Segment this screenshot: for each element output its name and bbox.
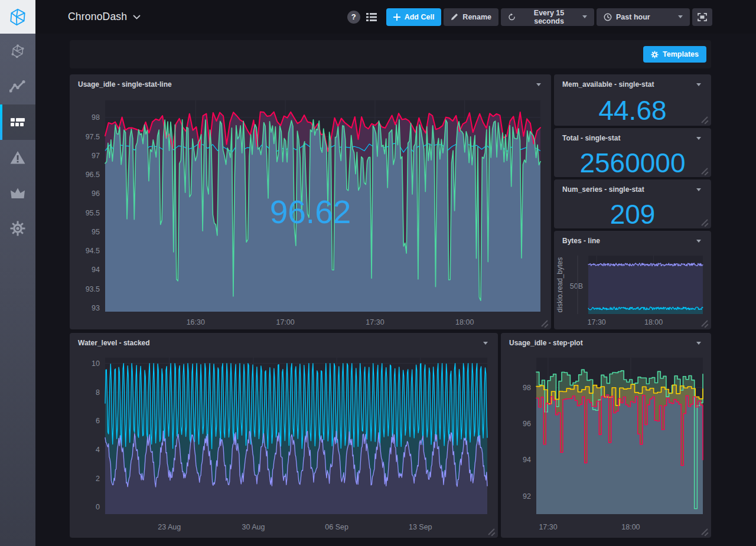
svg-text:18:00: 18:00 [644, 318, 663, 326]
panel-menu-button[interactable] [695, 339, 703, 347]
panel-bytes-line: Bytes - line 17:3018:0050Bdiskio.read_by… [554, 231, 711, 329]
crown-icon [9, 186, 26, 200]
cubo-logo-icon [8, 7, 28, 27]
data-explorer-pulse-icon [9, 79, 26, 94]
svg-text:17:00: 17:00 [276, 318, 294, 326]
svg-text:diskio.read_bytes: diskio.read_bytes [556, 257, 564, 312]
sidebar-item-hosts[interactable] [0, 34, 35, 69]
panel-header[interactable]: Total - single-stat [554, 128, 711, 148]
single-stat-value: 2560000 [554, 148, 711, 177]
help-button[interactable]: ? [347, 11, 360, 24]
svg-text:17:30: 17:30 [539, 523, 557, 531]
usage-idle-step-chart[interactable]: 17:3018:0098969492 [501, 353, 711, 538]
panel-header[interactable]: Mem_available - single-stat [554, 74, 711, 94]
resize-handle[interactable] [700, 527, 709, 535]
autorefresh-dropdown[interactable]: Every 15 seconds [501, 8, 594, 26]
panel-menu-button[interactable] [481, 339, 490, 347]
pencil-icon [451, 13, 458, 21]
sidebar-item-data-explorer[interactable] [0, 69, 35, 104]
panel-header[interactable]: Usage_idle - step-plot [501, 333, 711, 353]
panel-menu-button[interactable] [695, 134, 703, 142]
alert-triangle-icon [9, 150, 26, 165]
panel-title: Usage_idle - single-stat-line [78, 80, 172, 89]
panel-title: Usage_idle - step-plot [509, 339, 583, 347]
svg-text:96: 96 [92, 189, 100, 198]
template-variables-bar: Templates [70, 40, 711, 68]
dashboard-canvas: Templates Usage_idle - single-stat-line … [35, 34, 756, 546]
svg-text:98: 98 [92, 113, 100, 122]
svg-text:92: 92 [523, 492, 531, 501]
caret-down-icon [678, 15, 683, 18]
svg-text:50B: 50B [570, 282, 583, 290]
gear-icon [9, 220, 26, 237]
panel-menu-button[interactable] [695, 80, 703, 89]
panel-usage-idle-step: Usage_idle - step-plot 17:3018:009896949… [501, 333, 711, 538]
panel-menu-button[interactable] [535, 80, 543, 89]
svg-text:13 Sep: 13 Sep [409, 523, 432, 531]
svg-text:93: 93 [92, 304, 100, 312]
svg-text:06 Sep: 06 Sep [325, 523, 348, 531]
usage-idle-line-chart[interactable]: 16:3017:0017:3018:009897.59796.59695.595… [70, 94, 551, 329]
svg-text:16:30: 16:30 [187, 318, 205, 326]
panel-title: Num_series - single-stat [562, 185, 644, 194]
svg-text:18:00: 18:00 [621, 523, 640, 531]
timerange-dropdown[interactable]: Past hour [597, 8, 690, 26]
svg-text:97.5: 97.5 [86, 133, 100, 141]
caret-down-icon [483, 342, 488, 345]
hosts-cubo-icon [10, 44, 25, 59]
water-level-chart[interactable]: 23 Aug30 Aug06 Sep13 Sep1086420 [70, 353, 498, 538]
svg-text:2: 2 [96, 475, 100, 483]
svg-text:94: 94 [92, 266, 100, 274]
list-icon [366, 12, 377, 22]
templates-gear-icon [651, 51, 659, 58]
resize-handle[interactable] [700, 318, 709, 327]
svg-text:95: 95 [92, 228, 100, 236]
panel-title: Total - single-stat [562, 134, 620, 142]
panel-title: Mem_available - single-stat [562, 80, 654, 89]
resize-handle[interactable] [700, 115, 709, 123]
svg-text:4: 4 [96, 446, 100, 454]
panel-header[interactable]: Bytes - line [554, 231, 711, 251]
app-logo[interactable] [0, 0, 35, 34]
svg-text:94: 94 [523, 456, 531, 464]
panel-header[interactable]: Num_series - single-stat [554, 179, 711, 200]
resize-handle[interactable] [487, 527, 496, 535]
help-icon: ? [351, 12, 356, 21]
rename-label: Rename [462, 13, 491, 21]
resize-handle[interactable] [700, 217, 709, 226]
svg-text:96: 96 [523, 420, 531, 428]
add-cell-label: Add Cell [405, 13, 435, 21]
plus-icon [393, 14, 400, 21]
resize-handle[interactable] [700, 166, 709, 175]
svg-text:93.5: 93.5 [86, 285, 100, 293]
presentation-mode-button[interactable] [692, 8, 712, 26]
panel-total: Total - single-stat 2560000 [554, 128, 711, 177]
sidebar-item-admin[interactable] [0, 175, 35, 211]
panel-menu-button[interactable] [695, 237, 703, 245]
panel-usage-idle-line: Usage_idle - single-stat-line 16:3017:00… [70, 74, 551, 329]
rename-button[interactable]: Rename [444, 8, 498, 26]
svg-text:96.5: 96.5 [86, 171, 100, 179]
svg-text:30 Aug: 30 Aug [242, 523, 265, 531]
dashboard-title-dropdown[interactable]: ChronoDash [68, 11, 141, 23]
panel-header[interactable]: Usage_idle - single-stat-line [70, 74, 551, 94]
templates-label: Templates [663, 50, 699, 58]
panel-header[interactable]: Water_level - stacked [70, 333, 498, 353]
caret-down-icon [696, 137, 701, 140]
templates-button[interactable]: Templates [643, 46, 706, 63]
bytes-line-chart[interactable]: 17:3018:0050Bdiskio.read_bytes [554, 251, 711, 329]
add-cell-button[interactable]: Add Cell [386, 8, 442, 26]
svg-text:97: 97 [92, 152, 100, 160]
cells-list-button[interactable] [366, 12, 377, 22]
sidebar-item-settings[interactable] [0, 211, 35, 246]
sidebar-item-dashboards[interactable] [0, 104, 35, 140]
panel-body: 17:3018:0098969492 [501, 353, 711, 538]
sidebar-item-alerts[interactable] [0, 140, 35, 175]
panel-body: 209 [554, 200, 711, 228]
panel-menu-button[interactable] [695, 185, 703, 194]
svg-text:6: 6 [96, 417, 100, 425]
panel-body: 2560000 [554, 148, 711, 177]
svg-text:0: 0 [96, 503, 100, 511]
caret-down-icon [696, 342, 701, 345]
resize-handle[interactable] [540, 318, 549, 327]
